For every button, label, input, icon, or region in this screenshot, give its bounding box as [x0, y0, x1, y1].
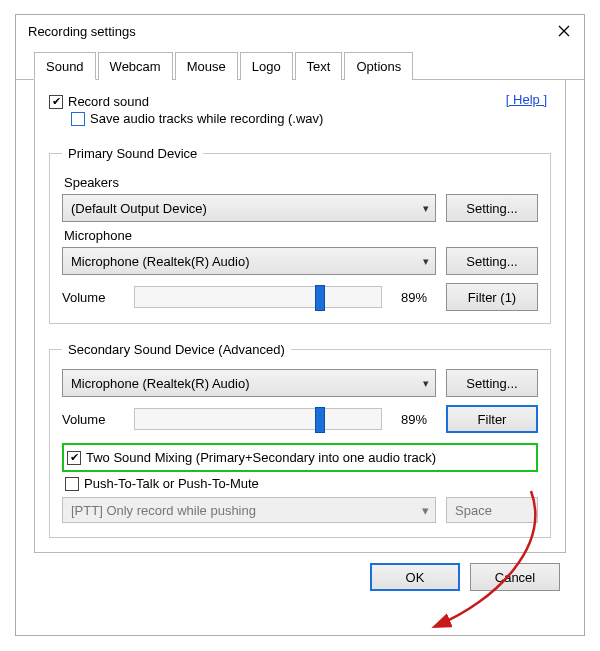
microphone-setting-button[interactable]: Setting...	[446, 247, 538, 275]
sound-panel: ✔ Record sound Save audio tracks while r…	[34, 80, 566, 553]
microphone-dropdown[interactable]: Microphone (Realtek(R) Audio) ▾	[62, 247, 436, 275]
primary-volume-pct: 89%	[392, 290, 436, 305]
tab-strip: Sound Webcam Mouse Logo Text Options	[16, 51, 584, 80]
record-sound-label: Record sound	[68, 94, 149, 109]
ptt-checkbox[interactable]	[65, 477, 79, 491]
primary-volume-slider[interactable]	[134, 286, 382, 308]
ptt-key-field: Space	[446, 497, 538, 523]
secondary-volume-label: Volume	[62, 412, 124, 427]
ok-button[interactable]: OK	[370, 563, 460, 591]
window-title: Recording settings	[28, 24, 136, 39]
ptt-label: Push-To-Talk or Push-To-Mute	[84, 476, 259, 491]
cancel-button[interactable]: Cancel	[470, 563, 560, 591]
mixing-highlight: ✔ Two Sound Mixing (Primary+Secondary in…	[62, 443, 538, 472]
dialog-window: Recording settings Sound Webcam Mouse Lo…	[15, 14, 585, 636]
speakers-label: Speakers	[64, 175, 538, 190]
ptt-mode-dropdown: [PTT] Only record while pushing ▾	[62, 497, 436, 523]
primary-legend: Primary Sound Device	[62, 146, 203, 161]
secondary-filter-button[interactable]: Filter	[446, 405, 538, 433]
slider-thumb[interactable]	[315, 407, 325, 433]
secondary-volume-slider[interactable]	[134, 408, 382, 430]
two-sound-mixing-checkbox[interactable]: ✔	[67, 451, 81, 465]
speakers-dropdown[interactable]: (Default Output Device) ▾	[62, 194, 436, 222]
save-tracks-checkbox[interactable]	[71, 112, 85, 126]
secondary-group: Secondary Sound Device (Advanced) Microp…	[49, 342, 551, 538]
microphone-label: Microphone	[64, 228, 538, 243]
chevron-down-icon: ▾	[423, 255, 429, 268]
speakers-value: (Default Output Device)	[71, 201, 207, 216]
secondary-legend: Secondary Sound Device (Advanced)	[62, 342, 291, 357]
primary-group: Primary Sound Device Speakers (Default O…	[49, 146, 551, 324]
record-sound-checkbox[interactable]: ✔	[49, 95, 63, 109]
tab-mouse[interactable]: Mouse	[175, 52, 238, 80]
speakers-setting-button[interactable]: Setting...	[446, 194, 538, 222]
tab-options[interactable]: Options	[344, 52, 413, 80]
microphone-value: Microphone (Realtek(R) Audio)	[71, 254, 249, 269]
tab-webcam[interactable]: Webcam	[98, 52, 173, 80]
titlebar: Recording settings	[16, 15, 584, 51]
secondary-setting-button[interactable]: Setting...	[446, 369, 538, 397]
save-tracks-label: Save audio tracks while recording (.wav)	[90, 111, 323, 126]
secondary-device-value: Microphone (Realtek(R) Audio)	[71, 376, 249, 391]
primary-volume-label: Volume	[62, 290, 124, 305]
primary-filter-button[interactable]: Filter (1)	[446, 283, 538, 311]
dialog-buttons: OK Cancel	[16, 553, 584, 603]
two-sound-mixing-label: Two Sound Mixing (Primary+Secondary into…	[86, 450, 436, 465]
slider-thumb[interactable]	[315, 285, 325, 311]
close-icon[interactable]	[556, 23, 572, 39]
ptt-key-value: Space	[455, 503, 492, 518]
ptt-mode-value: [PTT] Only record while pushing	[71, 503, 256, 518]
help-link[interactable]: [ Help ]	[506, 92, 551, 107]
tab-sound[interactable]: Sound	[34, 52, 96, 80]
chevron-down-icon: ▾	[423, 377, 429, 390]
chevron-down-icon: ▾	[423, 202, 429, 215]
chevron-down-icon: ▾	[422, 503, 429, 518]
tab-logo[interactable]: Logo	[240, 52, 293, 80]
secondary-device-dropdown[interactable]: Microphone (Realtek(R) Audio) ▾	[62, 369, 436, 397]
tab-text[interactable]: Text	[295, 52, 343, 80]
secondary-volume-pct: 89%	[392, 412, 436, 427]
